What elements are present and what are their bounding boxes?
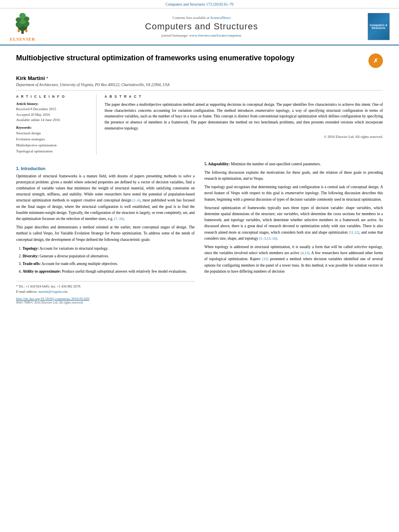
article-title-section: Multiobjective structural optimization o… xyxy=(16,53,383,71)
ref-1-6: [1–6] xyxy=(133,198,141,202)
abstract-copyright: © 2016 Elsevier Ltd. All rights reserved… xyxy=(105,135,383,139)
author-name: Kirk Martini * xyxy=(16,75,48,81)
right-col: 5. Adaptability: Minimize the number of … xyxy=(204,161,383,304)
sciencedirect-anchor[interactable]: ScienceDirect xyxy=(210,16,230,20)
accepted-date: Accepted 20 May 2016 xyxy=(16,112,90,118)
received-date: Received 8 December 2015 xyxy=(16,107,90,112)
elsevier-logo: ELSEVIER xyxy=(6,12,39,41)
svg-point-5 xyxy=(16,17,21,22)
left-col: 1. Introduction Optimization of structur… xyxy=(16,161,195,304)
elsevier-brand-text: ELSEVIER xyxy=(10,37,35,41)
footnote-section: * Tel.: +1 434 924 6445; fax: +1 434 982… xyxy=(16,281,195,304)
keywords-list: Structural design Evolution strategies M… xyxy=(16,130,90,155)
svg-rect-9 xyxy=(25,29,27,32)
intro-para-2: This paper describes and demonstrates a … xyxy=(16,224,195,243)
info-abstract-row: A R T I C L E I N F O Article history: R… xyxy=(16,90,383,155)
abstract-col: A B S T R A C T The paper describes a mu… xyxy=(105,94,383,155)
article-body: Multiobjective structural optimization o… xyxy=(0,45,399,312)
journal-homepage: journal homepage: www.elsevier.com/locat… xyxy=(39,33,364,37)
journal-title: Computers and Structures xyxy=(39,21,364,32)
sciencedirect-link: Contents lists available at ScienceDirec… xyxy=(39,16,364,20)
goal-4: Ability to approximate: Produce useful t… xyxy=(23,268,195,275)
goal-1: Topology: Account for variations in stru… xyxy=(23,245,195,252)
right-para-3: Structural optimization of frameworks ty… xyxy=(204,205,383,242)
article-title: Multiobjective structural optimization o… xyxy=(16,53,360,63)
article-info-col: A R T I C L E I N F O Article history: R… xyxy=(16,94,97,155)
cover-box: Computers & Structures xyxy=(368,13,390,40)
abstract-label: A B S T R A C T xyxy=(105,94,383,99)
keyword-4: Topological optimization xyxy=(16,148,90,154)
ref-15: [15] xyxy=(262,257,268,261)
cover-title: Computers & Structures xyxy=(369,24,388,29)
right-para-1: The following discussion explains the mo… xyxy=(204,170,383,182)
footnote-tel: * Tel.: +1 434 924 6445; fax: +1 434 982… xyxy=(16,284,195,289)
right-para-4: When topology is addressed in structural… xyxy=(204,244,383,275)
history-label: Article history: xyxy=(16,102,90,106)
ref-7-10: [7–10] xyxy=(114,217,124,221)
elsevier-tree-icon xyxy=(10,12,35,36)
right-para-2: The topology goal recognizes that determ… xyxy=(204,184,383,203)
ref-11-12: [11,12] xyxy=(349,230,359,234)
goal-3: Trade-offs: Account for trade-offs among… xyxy=(23,261,195,267)
journal-header: ELSEVIER Contents lists available at Sci… xyxy=(0,8,399,45)
article-info-label: A R T I C L E I N F O xyxy=(16,94,90,99)
intro-para-1: Optimization of structural frameworks is… xyxy=(16,173,195,222)
doi-link[interactable]: http://dx.doi.org/10.1016/j.compstruc.20… xyxy=(16,297,195,301)
ref-1-3-13-16: [1–3,13–16] xyxy=(259,236,277,240)
journal-cover: Computers & Structures xyxy=(364,13,393,40)
crossmark-icon: ✗ xyxy=(368,53,383,68)
author-affiliation: Department of Architecture, University o… xyxy=(16,83,383,87)
svg-point-7 xyxy=(19,13,26,18)
author-asterisk: * xyxy=(46,76,48,81)
goals-list: Topology: Account for variations in stru… xyxy=(23,245,195,275)
author-section: Kirk Martini * xyxy=(16,75,383,81)
keyword-3: Multiobjective optimization xyxy=(16,142,90,148)
two-col-content: 1. Introduction Optimization of structur… xyxy=(16,161,383,304)
goal-2: Diversity: Generate a diverse population… xyxy=(23,253,195,259)
journal-center: Contents lists available at ScienceDirec… xyxy=(39,16,364,37)
svg-rect-8 xyxy=(18,29,20,32)
keyword-2: Evolution strategies xyxy=(16,136,90,142)
goal-5-text: 5. Adaptability: Minimize the number of … xyxy=(204,161,383,167)
footnote-email: E-mail address: martini@virginia.edu xyxy=(16,289,195,294)
keyword-1: Structural design xyxy=(16,130,90,136)
ref-4-13: [4,13] xyxy=(300,251,309,255)
intro-heading: 1. Introduction xyxy=(16,166,195,171)
keywords-label: Keywords: xyxy=(16,125,90,129)
journal-url[interactable]: www.elsevier.com/locate/compstruc xyxy=(189,33,242,37)
available-date: Available online 14 June 2016 xyxy=(16,117,90,123)
footnote-email-link[interactable]: martini@virginia.edu xyxy=(38,290,68,294)
issn-text: 0045-7949/© 2016 Elsevier Ltd. All right… xyxy=(16,301,195,304)
top-bar: Computers and Structures 173 (2016) 61–7… xyxy=(0,0,399,8)
abstract-text: The paper describes a multiobjective opt… xyxy=(105,102,383,131)
journal-citation: Computers and Structures 173 (2016) 61–7… xyxy=(165,2,233,6)
